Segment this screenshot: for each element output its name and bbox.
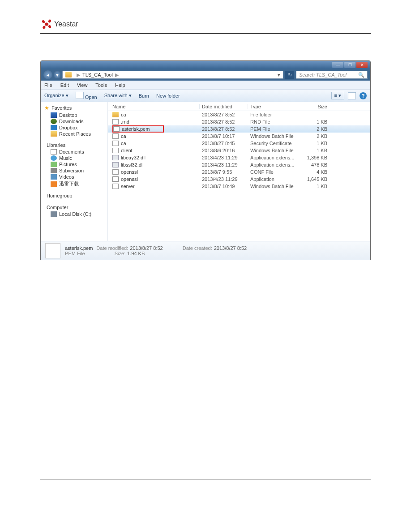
col-type[interactable]: Type xyxy=(248,104,306,109)
file-name: libeay32.dll xyxy=(121,155,146,160)
file-name: asterisk.pem xyxy=(122,126,150,132)
file-name: .rnd xyxy=(121,119,129,124)
file-row[interactable]: ca2013/8/7 10:17Windows Batch File2 KB xyxy=(108,133,370,140)
recent-icon xyxy=(51,131,57,137)
nav-videos[interactable]: Videos xyxy=(41,174,107,180)
file-row[interactable]: libssl32.dll2013/4/23 11:29Application e… xyxy=(108,161,370,168)
xunlei-icon xyxy=(51,181,57,187)
svg-point-0 xyxy=(45,23,48,26)
yeastar-logo: Yeastar xyxy=(40,18,78,30)
file-row[interactable]: ca2013/8/27 8:52File folder xyxy=(108,111,370,118)
breadcrumb[interactable]: ▶ TLS_CA_Tool ▶ ▾ xyxy=(62,71,283,79)
navigation-pane: ★Favorites Desktop Downloads Dropbox Rec… xyxy=(41,102,108,241)
close-button[interactable]: ✕ xyxy=(356,62,368,68)
folder-icon xyxy=(65,72,72,77)
nav-xunlei[interactable]: 迅雷下载 xyxy=(41,180,107,188)
preview-pane-button[interactable] xyxy=(348,92,356,99)
file-name: server xyxy=(121,184,135,189)
disk-icon xyxy=(51,211,57,217)
back-button[interactable]: ◄ xyxy=(43,70,52,79)
nav-subversion[interactable]: Subversion xyxy=(41,167,107,174)
footer-line xyxy=(40,480,371,480)
file-row[interactable]: openssl2013/4/23 11:29Application1,645 K… xyxy=(108,176,370,183)
breadcrumb-segment[interactable]: TLS_CA_Tool xyxy=(82,72,113,77)
share-button[interactable]: Share with ▾ xyxy=(104,93,132,99)
file-name: ca xyxy=(121,133,126,139)
file-list-pane: Name Date modified Type Size ca2013/8/27… xyxy=(108,102,370,241)
nav-dropbox[interactable]: Dropbox xyxy=(41,124,107,131)
file-row[interactable]: server2013/8/7 10:49Windows Batch File1 … xyxy=(108,183,370,190)
refresh-button[interactable]: ↻ xyxy=(285,71,294,79)
col-date[interactable]: Date modified xyxy=(200,104,248,109)
computer-header[interactable]: Computer xyxy=(41,204,107,211)
file-name: ca xyxy=(121,141,126,146)
file-row[interactable]: client2013/8/6 20:16Windows Batch File1 … xyxy=(108,147,370,154)
file-icon xyxy=(112,133,119,139)
organize-button[interactable]: Organize ▾ xyxy=(44,93,68,99)
search-icon: 🔍 xyxy=(358,72,364,78)
file-row[interactable]: .rnd2013/8/27 8:52RND File1 KB xyxy=(108,118,370,125)
file-icon xyxy=(112,148,119,153)
help-button[interactable]: ? xyxy=(360,92,367,99)
favorites-header[interactable]: ★Favorites xyxy=(41,104,107,112)
file-icon xyxy=(76,92,84,99)
desktop-icon xyxy=(51,112,57,118)
file-name: openssl xyxy=(121,176,138,182)
nav-localdisk[interactable]: Local Disk (C:) xyxy=(41,211,107,217)
burn-button[interactable]: Burn xyxy=(139,93,149,99)
col-name[interactable]: Name xyxy=(108,104,200,109)
file-row[interactable]: asterisk.pem2013/8/27 8:52PEM File2 KB xyxy=(108,125,370,133)
star-icon: ★ xyxy=(44,105,49,111)
menu-view[interactable]: View xyxy=(77,82,88,88)
file-icon xyxy=(112,184,119,189)
nav-music[interactable]: Music xyxy=(41,155,107,161)
file-row[interactable]: libeay32.dll2013/4/23 11:29Application e… xyxy=(108,154,370,161)
menu-edit[interactable]: Edit xyxy=(60,82,69,88)
view-mode-button[interactable]: ≡ ▾ xyxy=(331,92,344,99)
libraries-header[interactable]: Libraries xyxy=(41,142,107,149)
forward-dropdown[interactable]: ▼ xyxy=(54,71,60,78)
file-icon xyxy=(112,119,119,124)
pictures-icon xyxy=(51,162,57,167)
menu-tools[interactable]: Tools xyxy=(95,82,107,88)
details-size-label: Size: xyxy=(115,251,125,256)
open-button[interactable]: Open xyxy=(76,92,97,100)
nav-pictures[interactable]: Pictures xyxy=(41,161,107,167)
file-icon xyxy=(112,162,119,167)
nav-documents[interactable]: Documents xyxy=(41,149,107,155)
minimize-button[interactable]: — xyxy=(332,62,343,68)
file-icon xyxy=(112,155,119,160)
file-row[interactable]: ca2013/8/27 8:45Security Certificate1 KB xyxy=(108,140,370,147)
dropbox-icon xyxy=(51,125,57,130)
maximize-button[interactable]: ☐ xyxy=(344,62,355,68)
menu-file[interactable]: File xyxy=(44,82,52,88)
svg-point-4 xyxy=(48,25,51,29)
details-created-label: Date created: xyxy=(183,245,212,251)
subversion-icon xyxy=(51,168,57,173)
newfolder-button[interactable]: New folder xyxy=(156,93,180,99)
svg-point-1 xyxy=(42,20,45,24)
search-input[interactable]: Search TLS_CA_Tool 🔍 xyxy=(296,71,368,79)
details-file-icon xyxy=(45,243,60,258)
file-row[interactable]: openssl2013/8/7 9:55CONF File4 KB xyxy=(108,168,370,176)
search-placeholder: Search TLS_CA_Tool xyxy=(299,72,347,77)
documents-icon xyxy=(51,149,57,154)
file-icon xyxy=(112,169,119,175)
col-size[interactable]: Size xyxy=(306,104,331,109)
homegroup-header[interactable]: Homegroup xyxy=(41,192,107,199)
nav-recent[interactable]: Recent Places xyxy=(41,131,107,137)
toolbar: Organize ▾ Open Share with ▾ Burn New fo… xyxy=(41,90,370,102)
yeastar-logo-icon xyxy=(40,18,53,30)
details-filetype: PEM File xyxy=(65,251,85,256)
nav-desktop[interactable]: Desktop xyxy=(41,112,107,118)
file-name: openssl xyxy=(121,169,138,175)
nav-downloads[interactable]: Downloads xyxy=(41,118,107,124)
videos-icon xyxy=(51,174,57,180)
menu-bar: File Edit View Tools Help xyxy=(41,81,370,90)
breadcrumb-sep: ▶ xyxy=(115,72,119,78)
details-created-value: 2013/8/27 8:52 xyxy=(214,245,247,251)
menu-help[interactable]: Help xyxy=(115,82,125,88)
file-icon xyxy=(113,126,120,132)
page-header: Yeastar xyxy=(40,18,371,34)
column-headers: Name Date modified Type Size xyxy=(108,102,370,111)
